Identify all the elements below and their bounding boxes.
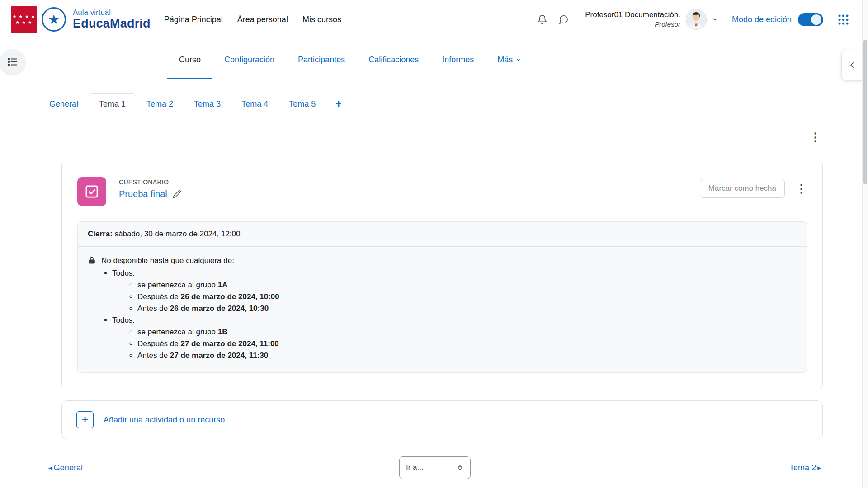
section-menu-kebab-icon[interactable]: ⋮ xyxy=(810,131,821,143)
select-arrows-icon xyxy=(456,464,464,472)
apps-grid-icon[interactable] xyxy=(837,13,850,26)
messages-icon[interactable] xyxy=(558,14,569,25)
restriction-group: Todos: se pertenezca al grupo 1A Después… xyxy=(112,267,279,314)
arrow-left-icon: ◄ xyxy=(47,465,54,471)
plus-icon[interactable]: + xyxy=(76,411,94,428)
activity-titles: CUESTIONARIO Prueba final xyxy=(119,177,181,199)
logo-star-icon: ★ xyxy=(48,13,60,26)
tab-participantes[interactable]: Participantes xyxy=(286,39,357,80)
chevron-down-icon[interactable] xyxy=(712,16,718,23)
tab-tema-4[interactable]: Tema 4 xyxy=(231,93,278,115)
chevron-down-icon xyxy=(516,57,522,63)
top-header: ★ ★ ★ ★ ★ ★ ★ ★ Aula virtual EducaMadrid… xyxy=(0,0,868,39)
scrollbar-thumb[interactable] xyxy=(863,40,867,184)
edit-mode-toggle[interactable] xyxy=(798,13,823,26)
activity-type-label: CUESTIONARIO xyxy=(119,178,181,186)
add-activity-link[interactable]: Añadir una actividad o un recurso xyxy=(104,415,225,425)
restriction-condition: Antes de 27 de marzo de 2024, 11:30 xyxy=(137,350,279,361)
educamadrid-logo: ★ xyxy=(42,7,66,32)
notifications-bell-icon[interactable] xyxy=(537,14,547,25)
mark-done-button[interactable]: Marcar como hecha xyxy=(700,179,785,198)
edit-mode-label: Modo de edición xyxy=(732,15,792,24)
brand-subtitle: Aula virtual xyxy=(73,8,151,17)
nav-area-personal[interactable]: Área personal xyxy=(237,12,288,27)
activity-info-box: Cierra: sábado, 30 de marzo de 2024, 12:… xyxy=(77,221,807,373)
plus-icon: + xyxy=(335,98,341,110)
nav-mis-cursos[interactable]: Mis cursos xyxy=(302,12,341,27)
user-role: Profesor xyxy=(585,20,680,29)
close-date-value: sábado, 30 de marzo de 2024, 12:00 xyxy=(115,230,241,238)
restriction-group: Todos: se pertenezca al grupo 1B Después… xyxy=(112,314,279,361)
jump-to-select[interactable]: Ir a... xyxy=(399,456,471,479)
restriction-condition: Después de 26 de marzo de 2024, 10:00 xyxy=(137,291,279,303)
restriction-condition: Después de 27 de marzo de 2024, 11:00 xyxy=(137,338,279,350)
user-menu[interactable]: Profesor01 Documentación. Profesor xyxy=(585,9,718,30)
user-name: Profesor01 Documentación. xyxy=(585,10,680,20)
tab-tema-5[interactable]: Tema 5 xyxy=(278,93,326,115)
jump-to-value: Ir a... xyxy=(406,463,424,472)
block-drawer-toggle[interactable] xyxy=(841,49,862,81)
brand-text: Aula virtual EducaMadrid xyxy=(73,8,151,31)
course-index-toggle[interactable] xyxy=(0,49,25,75)
lock-icon xyxy=(88,256,96,361)
tab-calificaciones[interactable]: Calificaciones xyxy=(357,39,430,80)
restriction-condition: Antes de 26 de marzo de 2024, 10:30 xyxy=(137,303,279,314)
tab-tema-3[interactable]: Tema 3 xyxy=(184,93,231,115)
activity-link[interactable]: Prueba final xyxy=(119,189,167,199)
tab-general[interactable]: General xyxy=(47,93,89,115)
primary-nav: Página Principal Área personal Mis curso… xyxy=(164,12,341,27)
tab-informes[interactable]: Informes xyxy=(430,39,486,80)
user-text: Profesor01 Documentación. Profesor xyxy=(585,10,680,29)
course-tabs: Curso Configuración Participantes Califi… xyxy=(167,39,868,80)
activity-actions: Marcar como hecha ⋮ xyxy=(700,177,807,198)
tab-curso[interactable]: Curso xyxy=(167,39,212,80)
avatar[interactable] xyxy=(686,9,707,30)
chevron-left-icon xyxy=(848,61,857,70)
availability-content: No disponible hasta que cualquiera de: T… xyxy=(101,255,279,361)
restriction-condition: se pertenezca al grupo 1B xyxy=(137,326,279,338)
availability-intro: No disponible hasta que cualquiera de: xyxy=(101,255,279,267)
nav-pagina-principal[interactable]: Página Principal xyxy=(164,12,223,27)
brand-home-link[interactable]: ★ ★ ★ ★ ★ ★ ★ ★ Aula virtual EducaMadrid xyxy=(11,6,151,33)
tab-tema-2[interactable]: Tema 2 xyxy=(136,93,184,115)
close-date-label: Cierra: xyxy=(88,230,113,238)
course-content: General Tema 1 Tema 2 Tema 3 Tema 4 Tema… xyxy=(47,93,823,479)
activity-header: CUESTIONARIO Prueba final Marcar como he… xyxy=(77,177,807,206)
flag-stars-bottom: ★ ★ ★ xyxy=(15,20,32,25)
edit-mode-control: Modo de edición xyxy=(732,13,823,26)
add-activity-section[interactable]: + Añadir una actividad o un recurso xyxy=(61,400,823,439)
course-secondary-nav: Curso Configuración Participantes Califi… xyxy=(0,39,868,80)
availability-restrictions: No disponible hasta que cualquiera de: T… xyxy=(78,247,807,372)
section-actions-row: ⋮ xyxy=(47,131,823,143)
activity-card: CUESTIONARIO Prueba final Marcar como he… xyxy=(61,160,823,389)
edit-title-pencil-icon[interactable] xyxy=(173,190,181,198)
comunidad-madrid-logo: ★ ★ ★ ★ ★ ★ ★ xyxy=(11,6,37,33)
next-section-link[interactable]: Tema 2► xyxy=(789,463,823,473)
tab-mas[interactable]: Más xyxy=(486,39,533,80)
activity-menu-kebab-icon[interactable]: ⋮ xyxy=(796,183,807,194)
arrow-right-icon: ► xyxy=(816,465,823,471)
prev-section-link[interactable]: ◄General xyxy=(47,463,83,473)
section-tabs: General Tema 1 Tema 2 Tema 3 Tema 4 Tema… xyxy=(47,93,823,115)
quiz-icon xyxy=(77,177,106,206)
tab-tema-1[interactable]: Tema 1 xyxy=(89,93,136,115)
brand-title: EducaMadrid xyxy=(73,17,151,31)
activity-dates: Cierra: sábado, 30 de marzo de 2024, 12:… xyxy=(78,222,807,247)
restriction-condition: se pertenezca al grupo 1A xyxy=(137,279,279,291)
header-right: Profesor01 Documentación. Profesor Modo … xyxy=(537,9,850,30)
flag-stars-top: ★ ★ ★ ★ xyxy=(12,14,35,19)
tab-configuracion[interactable]: Configuración xyxy=(212,39,286,80)
section-footer-nav: ◄General Ir a... Tema 2► xyxy=(47,456,823,479)
scrollbar-track[interactable] xyxy=(862,0,868,488)
add-section-tab[interactable]: + xyxy=(326,93,351,115)
toggle-knob xyxy=(811,14,821,25)
